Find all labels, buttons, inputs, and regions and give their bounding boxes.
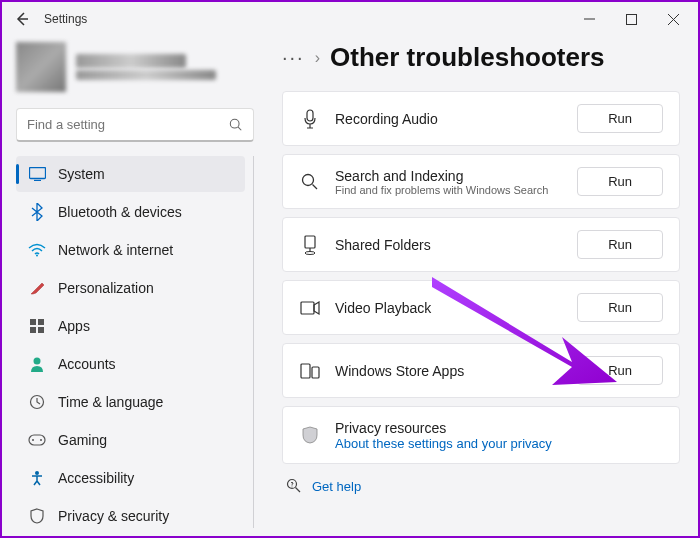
help-row: Get help — [282, 478, 680, 494]
nav: System Bluetooth & devices Network & int… — [16, 156, 254, 528]
sidebar: System Bluetooth & devices Network & int… — [2, 36, 262, 536]
close-button[interactable] — [652, 3, 694, 35]
sidebar-item-gaming[interactable]: Gaming — [16, 422, 245, 458]
svg-line-5 — [238, 127, 241, 130]
svg-point-17 — [40, 439, 42, 441]
svg-rect-6 — [29, 168, 45, 179]
run-button[interactable]: Run — [577, 230, 663, 259]
sidebar-item-bluetooth[interactable]: Bluetooth & devices — [16, 194, 245, 230]
window-title: Settings — [44, 12, 87, 26]
troubleshooter-search-indexing: Search and Indexing Find and fix problem… — [282, 154, 680, 209]
person-icon — [28, 355, 46, 373]
close-icon — [668, 14, 679, 25]
svg-rect-12 — [38, 327, 44, 333]
svg-line-21 — [313, 184, 318, 189]
sidebar-item-personalization[interactable]: Personalization — [16, 270, 245, 306]
svg-rect-26 — [301, 364, 310, 378]
microphone-icon — [299, 108, 321, 130]
sidebar-item-label: Time & language — [58, 394, 163, 410]
svg-rect-1 — [626, 14, 636, 24]
sidebar-item-label: Apps — [58, 318, 90, 334]
sidebar-item-system[interactable]: System — [16, 156, 245, 192]
apps-icon — [28, 317, 46, 335]
privacy-link[interactable]: About these settings and your privacy — [335, 436, 663, 451]
avatar — [16, 42, 66, 92]
get-help-link[interactable]: Get help — [312, 479, 361, 494]
search-icon — [229, 118, 243, 132]
svg-point-20 — [303, 174, 314, 185]
breadcrumb-more-button[interactable]: ··· — [282, 46, 305, 69]
svg-rect-27 — [312, 367, 319, 378]
shield-icon — [28, 507, 46, 525]
main-content: ··· › Other troubleshooters Recording Au… — [262, 36, 698, 536]
privacy-shield-icon — [299, 424, 321, 446]
gaming-icon — [28, 431, 46, 449]
troubleshooter-title: Windows Store Apps — [335, 363, 563, 379]
sidebar-item-privacy-security[interactable]: Privacy & security — [16, 498, 245, 528]
sidebar-item-label: Accessibility — [58, 470, 134, 486]
video-icon — [299, 297, 321, 319]
chevron-right-icon: › — [315, 49, 320, 67]
run-button[interactable]: Run — [577, 356, 663, 385]
clock-icon — [28, 393, 46, 411]
back-button[interactable] — [6, 3, 38, 35]
search-input[interactable] — [27, 117, 229, 132]
sidebar-item-label: Gaming — [58, 432, 107, 448]
shared-folder-icon — [299, 234, 321, 256]
window-controls — [568, 3, 694, 35]
accessibility-icon — [28, 469, 46, 487]
wifi-icon — [28, 241, 46, 259]
sidebar-item-apps[interactable]: Apps — [16, 308, 245, 344]
svg-point-29 — [291, 486, 292, 487]
system-icon — [28, 165, 46, 183]
svg-point-16 — [32, 439, 34, 441]
svg-rect-22 — [305, 236, 315, 248]
run-button[interactable]: Run — [577, 167, 663, 196]
profile-block[interactable] — [16, 36, 254, 98]
troubleshooter-shared-folders: Shared Folders Run — [282, 217, 680, 272]
troubleshooter-windows-store-apps: Windows Store Apps Run — [282, 343, 680, 398]
privacy-resources-card: Privacy resources About these settings a… — [282, 406, 680, 464]
bluetooth-icon — [28, 203, 46, 221]
sidebar-item-label: Privacy & security — [58, 508, 169, 524]
svg-point-8 — [36, 255, 38, 257]
sidebar-item-accounts[interactable]: Accounts — [16, 346, 245, 382]
sidebar-item-label: System — [58, 166, 105, 182]
store-apps-icon — [299, 360, 321, 382]
svg-rect-11 — [30, 327, 36, 333]
sidebar-item-accessibility[interactable]: Accessibility — [16, 460, 245, 496]
paintbrush-icon — [28, 279, 46, 297]
svg-rect-15 — [29, 435, 45, 445]
svg-rect-25 — [301, 302, 314, 314]
troubleshooter-recording-audio: Recording Audio Run — [282, 91, 680, 146]
svg-point-13 — [34, 358, 41, 365]
troubleshooter-list: Recording Audio Run Search and Indexing … — [282, 91, 680, 464]
troubleshooter-title: Video Playback — [335, 300, 563, 316]
maximize-icon — [626, 14, 637, 25]
svg-point-18 — [35, 471, 39, 475]
profile-text — [76, 54, 216, 80]
search-box[interactable] — [16, 108, 254, 142]
troubleshooter-title: Recording Audio — [335, 111, 563, 127]
troubleshooter-title: Search and Indexing — [335, 168, 563, 184]
run-button[interactable]: Run — [577, 104, 663, 133]
svg-point-24 — [305, 251, 315, 254]
privacy-title: Privacy resources — [335, 420, 663, 436]
back-arrow-icon — [14, 11, 30, 27]
minimize-icon — [584, 14, 595, 25]
sidebar-item-network[interactable]: Network & internet — [16, 232, 245, 268]
titlebar: Settings — [2, 2, 698, 36]
breadcrumb: ··· › Other troubleshooters — [282, 42, 680, 73]
help-icon — [286, 478, 302, 494]
svg-rect-9 — [30, 319, 36, 325]
svg-rect-19 — [307, 110, 313, 121]
svg-point-4 — [230, 119, 239, 128]
svg-line-30 — [296, 488, 301, 493]
search-troubleshoot-icon — [299, 171, 321, 193]
run-button[interactable]: Run — [577, 293, 663, 322]
sidebar-item-label: Personalization — [58, 280, 154, 296]
maximize-button[interactable] — [610, 3, 652, 35]
sidebar-item-time-language[interactable]: Time & language — [16, 384, 245, 420]
minimize-button[interactable] — [568, 3, 610, 35]
sidebar-item-label: Network & internet — [58, 242, 173, 258]
